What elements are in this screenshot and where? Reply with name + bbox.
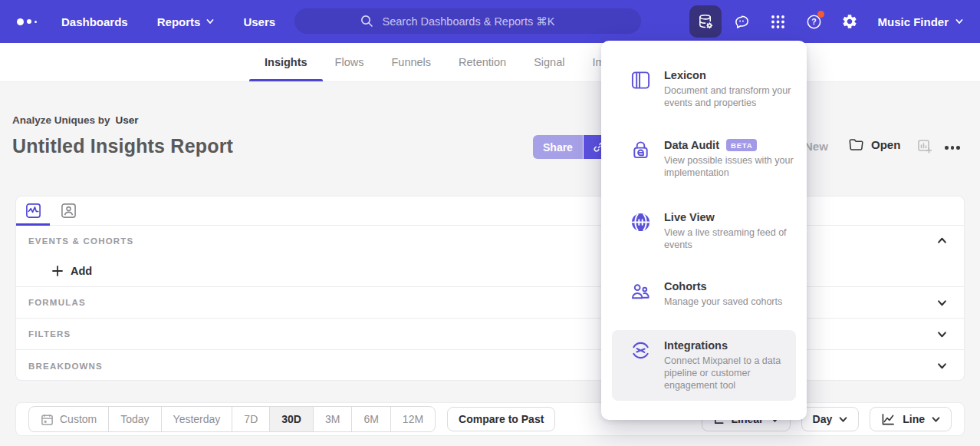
folder-icon <box>848 137 864 152</box>
data-audit-lock-icon <box>630 140 651 160</box>
chart-toolbar-card: Custom Today Yesterday 7D 30D 3M 6M 12M … <box>15 402 965 436</box>
tab-signal[interactable]: Signal <box>534 43 564 81</box>
range-custom[interactable]: Custom <box>29 407 108 431</box>
apps-grid-icon <box>770 14 786 30</box>
chevron-down-icon <box>206 18 214 25</box>
tab-funnels[interactable]: Funnels <box>391 43 431 81</box>
chart-type-select[interactable]: Line <box>870 407 952 431</box>
more-options-button[interactable] <box>942 143 963 153</box>
date-range-control: Custom Today Yesterday 7D 30D 3M 6M 12M <box>28 406 436 432</box>
user-profile-icon <box>61 203 77 219</box>
data-management-button[interactable] <box>689 5 722 38</box>
line-chart-icon <box>881 413 896 426</box>
formulas-label: FORMULAS <box>28 298 86 307</box>
chevron-up-icon <box>937 236 947 246</box>
integrations-sync-icon <box>630 340 651 361</box>
range-3m[interactable]: 3M <box>313 407 351 431</box>
range-30d[interactable]: 30D <box>269 407 313 431</box>
add-chart-icon <box>917 139 932 154</box>
menu-item-description: Document and transform your events and p… <box>664 84 796 109</box>
gear-icon <box>841 13 858 30</box>
plus-icon <box>52 266 63 276</box>
nav-dashboards[interactable]: Dashboards <box>61 15 128 28</box>
range-7d[interactable]: 7D <box>232 407 269 431</box>
menu-item-description: Manage your saved cohorts <box>664 296 796 308</box>
app-root: Dashboards Reports Users <box>0 0 980 446</box>
chat-bubble-icon <box>733 13 751 31</box>
range-12m[interactable]: 12M <box>390 407 435 431</box>
interval-select[interactable]: Day <box>801 407 860 431</box>
builder-view-tabs <box>16 197 964 226</box>
nav-users[interactable]: Users <box>243 15 275 28</box>
menu-item-title: Integrations <box>664 339 796 352</box>
chevron-down-icon <box>955 18 963 25</box>
menu-item-integrations[interactable]: Integrations Connect Mixpanel to a data … <box>612 330 796 401</box>
chevron-down-icon <box>937 329 947 339</box>
menu-item-cohorts[interactable]: Cohorts Manage your saved cohorts <box>612 271 796 317</box>
range-yesterday[interactable]: Yesterday <box>161 407 232 431</box>
mixpanel-logo-icon[interactable] <box>17 18 48 25</box>
search-icon <box>360 15 373 28</box>
breakdowns-label: BREAKDOWNS <box>28 362 103 371</box>
notification-dot <box>817 11 824 18</box>
menu-item-description: View possible issues with your implement… <box>664 154 796 179</box>
range-6m[interactable]: 6M <box>351 407 390 431</box>
add-event-button[interactable]: Add <box>52 265 92 277</box>
tab-flows[interactable]: Flows <box>335 43 364 81</box>
database-gear-icon <box>697 13 715 31</box>
help-button[interactable]: ? <box>797 5 830 38</box>
tab-users-view[interactable] <box>51 197 85 225</box>
compare-to-past-button[interactable]: Compare to Past <box>447 407 555 431</box>
apps-button[interactable] <box>761 5 794 38</box>
svg-text:?: ? <box>811 17 816 26</box>
search-input[interactable] <box>381 15 576 28</box>
menu-item-title: Live View <box>664 211 796 223</box>
report-title[interactable]: Untitled Insights Report <box>12 135 233 157</box>
menu-item-title: Lexicon <box>664 69 796 81</box>
chevron-down-icon <box>839 415 847 424</box>
expand-breakdowns-button[interactable] <box>932 358 952 374</box>
events-add-row: Add <box>16 256 964 287</box>
beta-badge: BETA <box>726 139 757 151</box>
settings-button[interactable] <box>834 5 866 38</box>
expand-filters-button[interactable] <box>932 326 952 342</box>
events-cohorts-label: EVENTS & COHORTS <box>28 236 133 246</box>
open-report-button[interactable]: Open <box>848 137 900 152</box>
top-nav: Dashboards Reports Users <box>0 0 980 43</box>
range-today[interactable]: Today <box>108 407 160 431</box>
menu-item-data-audit[interactable]: Data AuditBETA View possible issues with… <box>612 130 796 188</box>
filters-label: FILTERS <box>28 329 71 339</box>
feedback-button[interactable] <box>725 5 758 38</box>
workspace-switcher[interactable]: Music Finder <box>877 15 963 28</box>
collapse-events-button[interactable] <box>932 233 952 249</box>
cohorts-people-icon <box>630 281 651 302</box>
filters-section-row[interactable]: FILTERS <box>16 319 964 350</box>
tab-insights[interactable]: Insights <box>265 43 307 81</box>
insights-chart-icon <box>25 203 41 219</box>
report-tabbar: Insights Flows Funnels Retention Signal … <box>0 43 980 82</box>
query-builder-card: EVENTS & COHORTS Add FORMULAS FILTERS BR… <box>15 196 965 381</box>
new-report-button[interactable]: New <box>804 140 828 153</box>
events-cohorts-section-header: EVENTS & COHORTS <box>16 226 964 256</box>
chevron-down-icon <box>932 415 940 424</box>
nav-reports[interactable]: Reports <box>157 15 215 28</box>
breakdowns-section-row[interactable]: BREAKDOWNS <box>16 350 964 382</box>
global-search[interactable] <box>294 8 641 34</box>
share-button[interactable]: Share <box>533 135 583 159</box>
menu-item-description: Connect Mixpanel to a data pipeline or c… <box>664 355 796 391</box>
tab-metrics-view[interactable] <box>16 197 50 225</box>
menu-item-title: Cohorts <box>664 280 796 292</box>
report-subtitle: Analyze Uniques byUser <box>12 114 139 126</box>
expand-formulas-button[interactable] <box>932 295 952 311</box>
calendar-icon <box>41 413 54 426</box>
lexicon-book-icon <box>630 70 651 91</box>
analysis-type-value[interactable]: User <box>116 114 139 126</box>
chevron-down-icon <box>937 361 947 371</box>
menu-item-title: Data AuditBETA <box>664 139 796 151</box>
menu-item-live-view[interactable]: Live View View a live streaming feed of … <box>612 202 796 260</box>
live-view-globe-icon <box>630 212 651 233</box>
menu-item-lexicon[interactable]: Lexicon Document and transform your even… <box>612 60 796 118</box>
add-to-dashboard-button[interactable] <box>917 139 932 157</box>
tab-retention[interactable]: Retention <box>459 43 506 81</box>
formulas-section-row[interactable]: FORMULAS <box>16 287 964 319</box>
